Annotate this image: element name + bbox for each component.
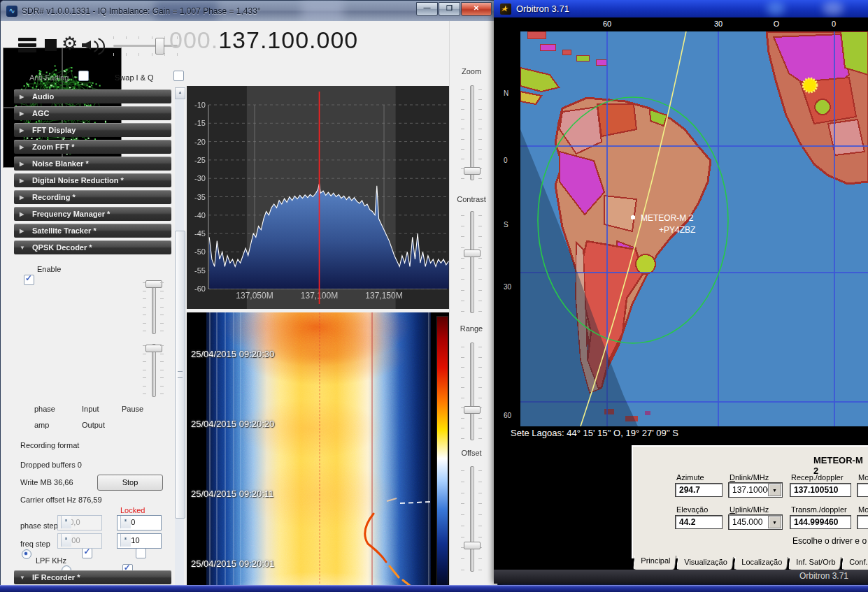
scroll-up-icon[interactable]: ▲ xyxy=(175,87,185,99)
field-uplink-mhz-dropdown[interactable]: 145.000▼ xyxy=(728,514,783,530)
panel-scrollbar[interactable]: ▲ ▼ xyxy=(175,87,184,592)
field-mod-value[interactable] xyxy=(857,515,868,529)
menu-item-if-recorder[interactable]: ▼ IF Recorder * xyxy=(14,570,171,584)
sdr-client-area: ⚙ 000.137.100.000 Anti-Fading Swap I & Q… xyxy=(3,21,495,586)
volume-slider[interactable] xyxy=(113,36,178,55)
field-dnlink-mhz-label: Dnlink/MHz xyxy=(730,473,769,482)
field-mod-value[interactable] xyxy=(857,483,868,497)
qpsk-offset-slider[interactable] xyxy=(141,341,165,398)
tab-label: Principal xyxy=(641,556,670,565)
phase-step-spinner[interactable]: 20,0▲▼ xyxy=(117,515,162,530)
chevron-right-icon: ▶ xyxy=(20,144,28,150)
speaker-icon[interactable] xyxy=(82,38,103,53)
dropped-buffers-label: Dropped buffers 0 xyxy=(20,458,82,470)
chevron-right-icon: ▶ xyxy=(20,178,28,184)
waterfall-timestamp: 25/04/2015 09:20:30 xyxy=(191,349,274,359)
stop-recording-button[interactable]: Stop xyxy=(97,475,163,491)
field-recep-doppler-value[interactable]: 137.100510 xyxy=(790,483,851,497)
phase-step-disabled-spinner: 500,0▲▼ xyxy=(57,515,102,530)
menu-icon[interactable] xyxy=(18,38,36,52)
phase-radio[interactable] xyxy=(22,549,31,559)
phase-step-label: phase step xyxy=(20,519,58,531)
stop-icon[interactable] xyxy=(45,39,57,51)
menu-item-digital-noise-reduction[interactable]: ▶Digital Noise Reduction * xyxy=(14,173,171,187)
offset-slider[interactable] xyxy=(460,466,483,576)
tab-label: Localização xyxy=(741,558,782,566)
orbitron-app-icon xyxy=(500,3,511,15)
contrast-slider-thumb[interactable] xyxy=(464,250,481,257)
zoom-slider[interactable] xyxy=(460,85,483,185)
chevron-right-icon: ▶ xyxy=(20,194,28,201)
frequency-display[interactable]: 000.137.100.000 xyxy=(169,27,358,54)
field-uplink-mhz-value: 145.000 xyxy=(732,517,762,527)
driver-hint-text: Escolhe o driver e o ex xyxy=(792,536,868,546)
zoom-slider-thumb[interactable] xyxy=(464,167,481,175)
range-slider[interactable] xyxy=(460,342,483,445)
spectrum-display[interactable]: -10-15-20-25-30-35-40-45-50-55-60137,050… xyxy=(187,86,450,309)
latitude-label: S xyxy=(504,221,508,229)
field-dnlink-mhz-dropdown[interactable]: 137.100000▼ xyxy=(728,482,783,498)
menu-item-audio[interactable]: ▶Audio xyxy=(14,89,171,103)
qpsk-gain-slider[interactable] xyxy=(141,278,165,335)
pause-checkbox[interactable] xyxy=(136,548,146,558)
menu-item-satellite-tracker[interactable]: ▶Satellite Tracker * xyxy=(14,224,171,238)
menu-item-qpsk-decoder[interactable]: ▼QPSK Decoder * xyxy=(14,240,171,254)
menu-item-fft-display[interactable]: ▶FFT Display xyxy=(14,123,171,137)
windows-taskbar[interactable] xyxy=(0,585,868,592)
anti-fading-checkbox[interactable] xyxy=(78,71,89,81)
chevron-right-icon: ▶ xyxy=(20,211,28,217)
world-map[interactable]: METEOR-M 2+PY4ZBZ xyxy=(520,31,868,426)
menu-item-agc[interactable]: ▶AGC xyxy=(14,106,171,120)
chevron-right-icon: ▶ xyxy=(20,110,28,117)
input-label: Input xyxy=(82,402,99,414)
input-checkbox[interactable] xyxy=(82,548,92,558)
contrast-slider[interactable] xyxy=(460,211,483,317)
menu-item-label: Zoom FFT * xyxy=(32,143,75,151)
spectrum-x-tick: 137,050M xyxy=(236,291,273,301)
volume-slider-thumb[interactable] xyxy=(155,38,164,55)
field-transm-doppler-value[interactable]: 144.999460 xyxy=(790,515,851,529)
spectrum-y-tick: -25 xyxy=(194,156,206,164)
tab-localiza-o[interactable]: Localização xyxy=(734,557,788,570)
chevron-down-icon: ▼ xyxy=(20,245,28,251)
longitude-label: 0 xyxy=(832,20,836,28)
field-uplink-mhz-label: Uplink/MHz xyxy=(730,505,769,514)
scrollbar-thumb[interactable] xyxy=(175,231,185,519)
tab-conf-previses[interactable]: Conf. previsões xyxy=(841,557,868,570)
spectrum-y-tick: -10 xyxy=(194,101,206,109)
freq-step-spinner[interactable]: 0,010▲▼ xyxy=(117,533,162,549)
anti-fading-label: Anti-Fading xyxy=(29,71,69,83)
ground-station-label: +PY4ZBZ xyxy=(659,225,695,235)
enable-label: Enable xyxy=(37,262,61,275)
menu-item-recording[interactable]: ▶Recording * xyxy=(14,190,171,204)
orbitron-window-title: Orbitron 3.71 xyxy=(516,3,569,14)
sdr-titlebar[interactable]: ∿ SDR# v1.0.0.1331 - IQ Imbalance: Gain … xyxy=(1,1,497,21)
menu-item-label: Noise Blanker * xyxy=(32,159,89,168)
offset-slider-thumb[interactable] xyxy=(464,542,481,549)
field-eleva-o-value[interactable]: 44.2 xyxy=(675,515,723,529)
tab-visualiza-o[interactable]: Visualização xyxy=(676,557,734,570)
tab-label: Inf. Sat/Orb xyxy=(796,558,835,566)
enable-checkbox[interactable] xyxy=(24,275,34,285)
waterfall-display[interactable]: 25/04/2015 09:20:3025/04/2015 09:20:2025… xyxy=(187,312,450,592)
field-azimute-value[interactable]: 294.7 xyxy=(675,483,723,497)
titlebar-glass-decor xyxy=(823,1,844,15)
range-slider-thumb[interactable] xyxy=(464,406,481,414)
orbitron-titlebar[interactable]: Orbitron 3.71 xyxy=(494,0,868,17)
menu-item-noise-blanker[interactable]: ▶Noise Blanker * xyxy=(14,157,171,171)
swap-iq-checkbox[interactable] xyxy=(173,71,184,81)
spectrum-y-tick: -20 xyxy=(194,138,206,146)
maximize-button[interactable]: ❐ xyxy=(439,2,460,16)
close-button[interactable]: ✕ xyxy=(461,2,492,16)
chevron-down-icon[interactable]: ▼ xyxy=(768,516,781,528)
chevron-right-icon: ▶ xyxy=(20,127,28,133)
tab-principal[interactable]: Principal xyxy=(633,556,676,570)
chevron-down-icon[interactable]: ▼ xyxy=(768,484,781,496)
menu-item-frequency-manager[interactable]: ▶Frequency Manager * xyxy=(14,207,171,221)
minimize-button[interactable]: — xyxy=(416,2,438,16)
field-mod-label: Mod xyxy=(858,473,868,482)
menu-item-zoom-fft[interactable]: ▶Zoom FFT * xyxy=(14,140,171,154)
tab-inf-satorb[interactable]: Inf. Sat/Orb xyxy=(788,557,841,570)
gear-icon[interactable]: ⚙ xyxy=(62,33,78,54)
menu-item-label: Digital Noise Reduction * xyxy=(32,176,124,185)
